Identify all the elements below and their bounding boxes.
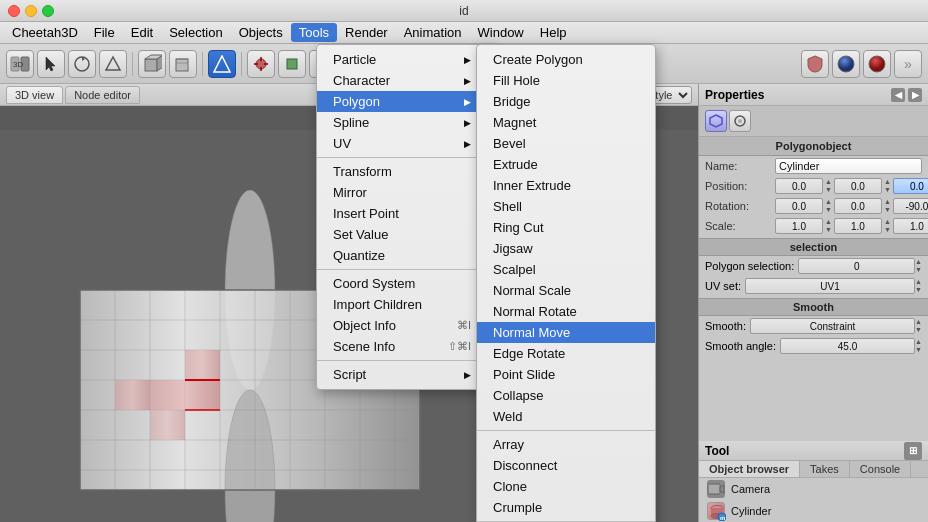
menu-particle[interactable]: Particle ▶ bbox=[317, 49, 495, 70]
tab-3d-view[interactable]: 3D view bbox=[6, 86, 63, 104]
toolbar-expand[interactable]: » bbox=[894, 50, 922, 78]
menu-cheetah3d[interactable]: Cheetah3D bbox=[4, 23, 86, 42]
browser-item-cylinder[interactable]: m Cylinder bbox=[699, 500, 928, 522]
poly-bevel[interactable]: Bevel bbox=[477, 133, 655, 154]
toolbar-sphere-blue[interactable] bbox=[832, 50, 860, 78]
poly-normal-scale[interactable]: Normal Scale bbox=[477, 280, 655, 301]
poly-point-slide[interactable]: Point Slide bbox=[477, 364, 655, 385]
toolbar-mode-toggle[interactable]: 3D bbox=[6, 50, 34, 78]
menu-transform[interactable]: Transform bbox=[317, 161, 495, 182]
prop-smooth-angle-value[interactable]: 45.0 bbox=[780, 338, 915, 354]
menu-polygon[interactable]: Polygon ▶ bbox=[317, 91, 495, 112]
poly-inner-extrude[interactable]: Inner Extrude bbox=[477, 175, 655, 196]
menu-uv[interactable]: UV ▶ bbox=[317, 133, 495, 154]
prop-rot-x-stepper[interactable]: ▲▼ bbox=[825, 198, 832, 214]
prop-rotation-value: 0.0 ▲▼ 0.0 ▲▼ -90.0 ▲▼ bbox=[775, 198, 928, 214]
props-icon-material[interactable] bbox=[729, 110, 751, 132]
poly-crumple[interactable]: Crumple bbox=[477, 497, 655, 518]
menu-script[interactable]: Script ▶ bbox=[317, 364, 495, 385]
menu-spline[interactable]: Spline ▶ bbox=[317, 112, 495, 133]
menu-render[interactable]: Render bbox=[337, 23, 396, 42]
props-nav-forward[interactable]: ▶ bbox=[908, 88, 922, 102]
minimize-button[interactable] bbox=[25, 5, 37, 17]
prop-pos-z[interactable]: 0.0 bbox=[893, 178, 928, 194]
menu-insert-point[interactable]: Insert Point bbox=[317, 203, 495, 224]
close-button[interactable] bbox=[8, 5, 20, 17]
poly-create-polygon[interactable]: Create Polygon bbox=[477, 49, 655, 70]
prop-scale-z[interactable]: 1.0 bbox=[893, 218, 928, 234]
prop-rot-y-stepper[interactable]: ▲▼ bbox=[884, 198, 891, 214]
poly-ring-cut[interactable]: Ring Cut bbox=[477, 217, 655, 238]
browser-item-camera[interactable]: Camera bbox=[699, 478, 928, 500]
toolbar-active-tool[interactable] bbox=[208, 50, 236, 78]
poly-extrude[interactable]: Extrude bbox=[477, 154, 655, 175]
poly-disconnect[interactable]: Disconnect bbox=[477, 455, 655, 476]
prop-rot-z[interactable]: -90.0 bbox=[893, 198, 928, 214]
menu-selection[interactable]: Selection bbox=[161, 23, 230, 42]
poly-jigsaw[interactable]: Jigsaw bbox=[477, 238, 655, 259]
toolbar-triangle[interactable] bbox=[99, 50, 127, 78]
menu-character[interactable]: Character ▶ bbox=[317, 70, 495, 91]
poly-collapse[interactable]: Collapse bbox=[477, 385, 655, 406]
prop-smooth-stepper[interactable]: ▲▼ bbox=[915, 318, 922, 334]
prop-pos-y-stepper[interactable]: ▲▼ bbox=[884, 178, 891, 194]
prop-rot-y[interactable]: 0.0 bbox=[834, 198, 882, 214]
prop-rot-x[interactable]: 0.0 bbox=[775, 198, 823, 214]
toolbar-rotate[interactable] bbox=[68, 50, 96, 78]
prop-poly-sel-stepper[interactable]: ▲▼ bbox=[915, 258, 922, 274]
menu-edit[interactable]: Edit bbox=[123, 23, 161, 42]
menu-mirror[interactable]: Mirror bbox=[317, 182, 495, 203]
toolbar-move[interactable] bbox=[247, 50, 275, 78]
prop-scale-x[interactable]: 1.0 bbox=[775, 218, 823, 234]
prop-pos-x[interactable]: 0.0 bbox=[775, 178, 823, 194]
prop-name-value[interactable]: Cylinder bbox=[775, 158, 922, 174]
poly-weld[interactable]: Weld bbox=[477, 406, 655, 427]
prop-smooth-value[interactable]: Constraint bbox=[750, 318, 915, 334]
poly-normal-move[interactable]: Normal Move bbox=[477, 322, 655, 343]
poly-clone[interactable]: Clone bbox=[477, 476, 655, 497]
poly-edge-rotate[interactable]: Edge Rotate bbox=[477, 343, 655, 364]
tool-grid-icon[interactable]: ⊞ bbox=[904, 442, 922, 460]
menu-scene-info[interactable]: Scene Info ⇧⌘I bbox=[317, 336, 495, 357]
toolbar-cube-1[interactable] bbox=[138, 50, 166, 78]
prop-pos-y[interactable]: 0.0 bbox=[834, 178, 882, 194]
menu-window[interactable]: Window bbox=[470, 23, 532, 42]
prop-pos-x-stepper[interactable]: ▲▼ bbox=[825, 178, 832, 194]
prop-poly-sel-value[interactable]: 0 bbox=[798, 258, 915, 274]
menu-objects[interactable]: Objects bbox=[231, 23, 291, 42]
menu-animation[interactable]: Animation bbox=[396, 23, 470, 42]
poly-fill-hole[interactable]: Fill Hole bbox=[477, 70, 655, 91]
menu-help[interactable]: Help bbox=[532, 23, 575, 42]
menu-set-value[interactable]: Set Value bbox=[317, 224, 495, 245]
poly-bridge[interactable]: Bridge bbox=[477, 91, 655, 112]
prop-smooth-angle-stepper[interactable]: ▲▼ bbox=[915, 338, 922, 354]
browser-tab-objects[interactable]: Object browser bbox=[699, 461, 800, 477]
toolbar-sphere-red[interactable] bbox=[863, 50, 891, 78]
menu-object-info[interactable]: Object Info ⌘I bbox=[317, 315, 495, 336]
prop-uv-set-value[interactable]: UV1 bbox=[745, 278, 915, 294]
prop-uv-set-stepper[interactable]: ▲▼ bbox=[915, 278, 922, 294]
toolbar-cursor[interactable] bbox=[37, 50, 65, 78]
prop-scale-x-stepper[interactable]: ▲▼ bbox=[825, 218, 832, 234]
prop-scale-y[interactable]: 1.0 bbox=[834, 218, 882, 234]
poly-magnet[interactable]: Magnet bbox=[477, 112, 655, 133]
props-nav-back[interactable]: ◀ bbox=[891, 88, 905, 102]
poly-scalpel[interactable]: Scalpel bbox=[477, 259, 655, 280]
prop-scale-y-stepper[interactable]: ▲▼ bbox=[884, 218, 891, 234]
poly-array[interactable]: Array bbox=[477, 434, 655, 455]
maximize-button[interactable] bbox=[42, 5, 54, 17]
tab-node-editor[interactable]: Node editor bbox=[65, 86, 140, 104]
poly-shell[interactable]: Shell bbox=[477, 196, 655, 217]
menu-quantize[interactable]: Quantize bbox=[317, 245, 495, 266]
toolbar-cube-2[interactable] bbox=[169, 50, 197, 78]
poly-normal-rotate[interactable]: Normal Rotate bbox=[477, 301, 655, 322]
menu-tools[interactable]: Tools bbox=[291, 23, 337, 42]
props-icon-object[interactable] bbox=[705, 110, 727, 132]
toolbar-scale[interactable] bbox=[278, 50, 306, 78]
toolbar-shield[interactable] bbox=[801, 50, 829, 78]
menu-file[interactable]: File bbox=[86, 23, 123, 42]
menu-import-children[interactable]: Import Children bbox=[317, 294, 495, 315]
menu-coord-system[interactable]: Coord System bbox=[317, 273, 495, 294]
browser-tab-takes[interactable]: Takes bbox=[800, 461, 850, 477]
browser-tab-console[interactable]: Console bbox=[850, 461, 911, 477]
